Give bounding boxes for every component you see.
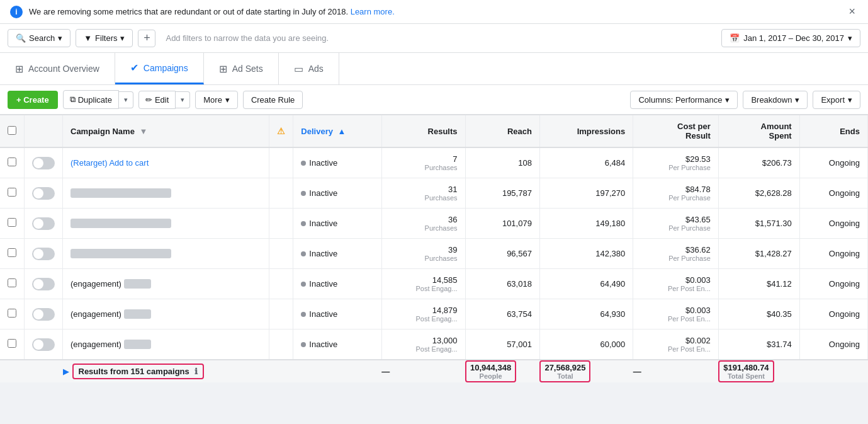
status-dot [301, 282, 306, 287]
delivery-status: Inactive [309, 309, 337, 319]
select-all-checkbox[interactable] [8, 126, 16, 135]
results-cell: 36Purchases [381, 209, 465, 239]
table-row: (engagement) Inactive14,585Post Engag...… [0, 269, 868, 299]
row-toggle[interactable] [32, 338, 55, 351]
delivery-cell: Inactive [293, 209, 381, 239]
impressions-cell: 6,484 [539, 147, 633, 178]
row-checkbox[interactable] [8, 218, 16, 227]
info-icon: i [10, 6, 23, 18]
cost-cell: $36.62Per Purchase [633, 239, 719, 269]
footer-row: ▶ Results from 151 campaigns ℹ — 10,944,… [0, 360, 868, 382]
ends-cell: Ongoing [799, 299, 867, 329]
delivery-status: Inactive [309, 158, 337, 168]
tab-ads[interactable]: ▭ Ads [279, 53, 339, 84]
row-checkbox[interactable] [8, 309, 16, 318]
amount-cell: $31.74 [718, 329, 799, 360]
delivery-status: Inactive [309, 279, 337, 289]
table-row: (Retarget) Add to cartInactive7Purchases… [0, 147, 868, 178]
delivery-cell: Inactive [293, 269, 381, 299]
campaign-name[interactable] [70, 188, 171, 198]
duplicate-button[interactable]: ⧉ Duplicate [63, 90, 119, 109]
delivery-header[interactable]: Delivery ▲ [293, 115, 381, 147]
columns-button[interactable]: Columns: Performance ▾ [630, 91, 738, 109]
impressions-cell: 60,000 [539, 329, 633, 360]
expand-icon[interactable]: ▶ [63, 367, 69, 376]
row-toggle[interactable] [32, 308, 55, 321]
table-row: (engagement) Inactive14,879Post Engag...… [0, 299, 868, 329]
summary-label: Results from 151 campaigns ℹ [72, 364, 205, 379]
filters-button[interactable]: ▼ Filters ▾ [76, 29, 133, 47]
row-toggle[interactable] [32, 248, 55, 260]
status-dot [301, 191, 306, 196]
duplicate-caret-button[interactable]: ▾ [119, 91, 133, 108]
reach-cell: 96,567 [465, 239, 539, 269]
campaign-name[interactable]: (engagement) [70, 340, 151, 349]
row-toggle[interactable] [32, 187, 55, 200]
ends-cell: Ongoing [799, 269, 867, 299]
summary-info-icon[interactable]: ℹ [194, 367, 198, 376]
reach-cell: 195,787 [465, 178, 539, 209]
campaign-name-link[interactable]: (Retarget) Add to cart [70, 158, 149, 168]
tab-campaigns-label: Campaigns [144, 63, 188, 73]
filters-caret-icon: ▾ [120, 33, 125, 43]
footer-reach: 10,944,348 People [465, 360, 516, 382]
campaign-name[interactable] [70, 219, 171, 228]
toggle-header [25, 115, 63, 147]
delivery-cell: Inactive [293, 299, 381, 329]
tab-account-label: Account Overview [28, 64, 99, 74]
duplicate-group: ⧉ Duplicate ▾ [63, 90, 133, 109]
more-button[interactable]: More ▾ [195, 91, 238, 109]
export-button[interactable]: Export ▾ [813, 91, 860, 109]
edit-icon: ✏ [145, 95, 152, 105]
amount-cell: $1,428.27 [718, 239, 799, 269]
action-bar: + Create ⧉ Duplicate ▾ ✏ Edit ▾ More ▾ C… [0, 85, 868, 115]
breakdown-button[interactable]: Breakdown ▾ [743, 91, 808, 109]
edit-group: ✏ Edit ▾ [138, 91, 190, 109]
ads-tab-icon: ▭ [294, 63, 303, 75]
cost-cell: $0.002Per Post En... [633, 329, 719, 360]
create-button[interactable]: + Create [8, 91, 58, 109]
search-caret-icon: ▾ [58, 33, 62, 43]
ends-header: Ends [799, 115, 867, 147]
delivery-cell: Inactive [293, 178, 381, 209]
delivery-status: Inactive [309, 249, 337, 258]
banner-close-button[interactable]: × [846, 5, 858, 18]
table-row: Inactive36Purchases101,079149,180$43.65P… [0, 209, 868, 239]
status-dot [301, 251, 306, 256]
amount-cell: $1,571.30 [718, 209, 799, 239]
tab-campaigns[interactable]: ✔ Campaigns [115, 53, 204, 84]
search-button[interactable]: 🔍 Search ▾ [8, 29, 70, 47]
amount-cell: $2,628.28 [718, 178, 799, 209]
ends-cell: Ongoing [799, 209, 867, 239]
right-actions: Columns: Performance ▾ Breakdown ▾ Expor… [630, 91, 860, 109]
row-checkbox[interactable] [8, 339, 16, 348]
row-toggle[interactable] [32, 278, 55, 290]
footer-summary: ▶ Results from 151 campaigns ℹ [63, 364, 269, 379]
tab-account[interactable]: ⊞ Account Overview [0, 53, 115, 84]
date-range-button[interactable]: 📅 Jan 1, 2017 – Dec 30, 2017 ▾ [721, 29, 860, 47]
row-checkbox[interactable] [8, 158, 16, 166]
row-toggle[interactable] [32, 157, 55, 169]
edit-caret-button[interactable]: ▾ [176, 91, 190, 108]
reach-cell: 57,001 [465, 329, 539, 360]
campaign-name[interactable] [70, 249, 171, 258]
add-filter-button[interactable]: + [138, 30, 155, 47]
edit-button[interactable]: ✏ Edit [138, 91, 176, 109]
row-checkbox[interactable] [8, 278, 16, 287]
warning-cell [269, 299, 293, 329]
amount-cell: $41.12 [718, 269, 799, 299]
create-rule-button[interactable]: Create Rule [243, 91, 303, 109]
table-row: (engagement) Inactive13,000Post Engag...… [0, 329, 868, 360]
campaign-name[interactable]: (engagement) [70, 309, 151, 319]
status-dot [301, 161, 306, 166]
warning-cell [269, 239, 293, 269]
row-checkbox[interactable] [8, 188, 16, 197]
row-toggle[interactable] [32, 217, 55, 230]
impressions-cell: 197,270 [539, 178, 633, 209]
tab-adsets[interactable]: ⊞ Ad Sets [204, 53, 279, 84]
columns-caret-icon: ▾ [725, 95, 730, 105]
cost-cell: $0.003Per Post En... [633, 269, 719, 299]
learn-more-link[interactable]: Learn more. [351, 7, 395, 16]
row-checkbox[interactable] [8, 248, 16, 257]
campaign-name[interactable]: (engagement) [70, 279, 151, 289]
